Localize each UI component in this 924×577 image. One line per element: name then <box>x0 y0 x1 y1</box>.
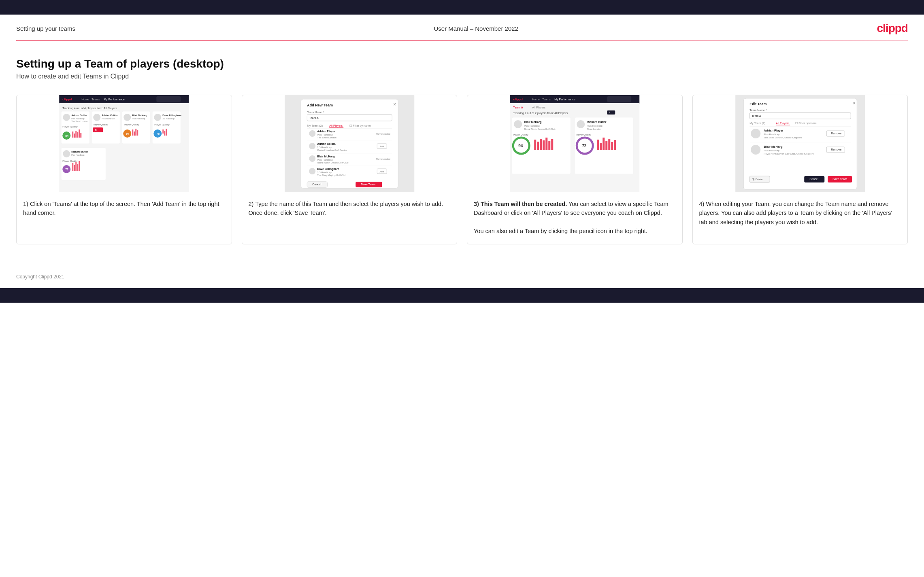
svg-rect-68 <box>307 115 392 121</box>
svg-text:My Performance: My Performance <box>104 98 124 101</box>
svg-rect-60 <box>75 162 77 171</box>
svg-text:Plus Handicap: Plus Handicap <box>317 159 333 161</box>
svg-point-75 <box>309 130 315 137</box>
card-3-description: 3) This Team will then be created. You c… <box>467 192 682 244</box>
svg-text:Player Quality: Player Quality <box>154 123 169 126</box>
svg-rect-37 <box>132 129 133 136</box>
svg-text:My Performance: My Performance <box>554 98 575 101</box>
svg-point-31 <box>123 114 131 121</box>
svg-point-10 <box>63 114 70 121</box>
svg-rect-125 <box>534 140 536 150</box>
svg-point-94 <box>309 168 315 174</box>
svg-text:×: × <box>853 100 856 106</box>
svg-rect-142 <box>603 138 605 150</box>
svg-text:Dave Billingham: Dave Billingham <box>162 114 181 117</box>
svg-text:Team Name *: Team Name * <box>749 109 767 112</box>
card-2: Add New Team × Team Name * Team A My Tea… <box>242 95 458 244</box>
svg-text:Home: Home <box>532 98 540 101</box>
svg-text:Richard Butler: Richard Butler <box>71 151 88 153</box>
svg-text:Remove: Remove <box>831 132 841 135</box>
svg-text:All Players: All Players <box>329 124 343 127</box>
svg-point-118 <box>514 120 522 128</box>
svg-text:Adrian Coliba: Adrian Coliba <box>317 142 336 145</box>
svg-point-81 <box>309 143 315 149</box>
svg-point-24 <box>93 114 100 121</box>
svg-rect-20 <box>77 132 78 138</box>
svg-text:0: 0 <box>95 128 97 132</box>
svg-rect-145 <box>611 142 613 150</box>
card-1-description: 1) Click on 'Teams' at the top of the sc… <box>17 192 232 244</box>
svg-text:Tracking 4 out of 4 players fr: Tracking 4 out of 4 players from: All Pl… <box>62 107 117 110</box>
svg-text:Save Team: Save Team <box>832 178 847 180</box>
svg-text:My Team (2): My Team (2) <box>307 124 323 127</box>
svg-text:Adrian Coliba: Adrian Coliba <box>71 114 87 117</box>
svg-text:Player Quality: Player Quality <box>62 125 77 128</box>
svg-text:Teams: Teams <box>92 98 100 101</box>
svg-text:Adrian Player: Adrian Player <box>317 130 335 133</box>
cards-grid: clippd Home Teams My Performance Trackin… <box>16 95 908 244</box>
svg-rect-40 <box>137 130 138 136</box>
svg-rect-22 <box>80 133 81 138</box>
svg-text:All Players: All Players <box>532 106 546 109</box>
svg-rect-17 <box>72 132 73 138</box>
svg-rect-59 <box>74 165 75 171</box>
svg-text:All Players: All Players <box>776 122 790 125</box>
svg-text:1.5 Handicap: 1.5 Handicap <box>317 146 332 148</box>
svg-text:✎: ✎ <box>609 111 611 114</box>
card-4-description: 4) When editing your Team, you can chang… <box>693 192 908 244</box>
svg-text:Plus Handicap: Plus Handicap <box>524 125 540 127</box>
logo: clippd <box>877 22 908 35</box>
top-bar <box>0 0 924 15</box>
svg-text:Plus Handicap: Plus Handicap <box>102 117 115 120</box>
svg-rect-131 <box>551 139 553 150</box>
svg-rect-127 <box>540 139 542 150</box>
svg-text:Add: Add <box>379 170 384 173</box>
card-4: Edit Team × Team Name * Team A My Team (… <box>692 95 908 244</box>
svg-rect-5 <box>156 96 181 102</box>
svg-point-166 <box>751 145 760 155</box>
svg-rect-144 <box>608 139 610 150</box>
footer: Copyright Clippd 2021 <box>0 269 924 288</box>
svg-text:🗑 Delete: 🗑 Delete <box>752 178 763 180</box>
header-manual-title: User Manual – November 2022 <box>434 25 518 32</box>
svg-text:94: 94 <box>518 144 523 148</box>
svg-text:Plus Handicap: Plus Handicap <box>764 133 779 136</box>
svg-text:Player Added: Player Added <box>376 158 390 160</box>
svg-text:The Ding Maying Golf Club: The Ding Maying Golf Club <box>317 174 347 176</box>
svg-text:Cancel: Cancel <box>312 183 321 186</box>
svg-text:Team A: Team A <box>513 106 523 109</box>
svg-text:Save Team: Save Team <box>361 183 375 186</box>
svg-rect-146 <box>614 140 616 150</box>
svg-text:Tracking 2 out of 2 players fr: Tracking 2 out of 2 players from: All Pl… <box>513 112 568 115</box>
svg-rect-130 <box>548 141 550 150</box>
svg-text:Plus Handicap: Plus Handicap <box>71 154 84 156</box>
logo-text: clippd <box>877 22 908 34</box>
svg-text:Plus Handicap: Plus Handicap <box>587 125 603 127</box>
svg-text:Add New Team: Add New Team <box>307 103 333 107</box>
svg-text:Remove: Remove <box>831 148 841 151</box>
svg-rect-19 <box>75 131 77 138</box>
svg-text:Plus Handicap: Plus Handicap <box>317 134 333 136</box>
svg-text:Cancel: Cancel <box>809 178 818 180</box>
svg-text:Player Quality: Player Quality <box>124 123 139 126</box>
svg-text:Plus Handicap: Plus Handicap <box>764 149 779 152</box>
svg-text:The Shire London: The Shire London <box>71 120 87 123</box>
main-content: Setting up a Team of players (desktop) H… <box>0 41 924 269</box>
svg-text:Adrian Player: Adrian Player <box>764 129 783 132</box>
svg-text:3.5 Handicap: 3.5 Handicap <box>317 171 332 174</box>
card-2-screenshot: Add New Team × Team Name * Team A My Tea… <box>242 95 457 192</box>
svg-point-88 <box>309 155 315 162</box>
svg-text:Plus Handicap: Plus Handicap <box>132 117 145 120</box>
svg-point-42 <box>154 114 161 121</box>
svg-rect-49 <box>164 131 165 136</box>
svg-text:Add: Add <box>379 145 384 148</box>
copyright-text: Copyright Clippd 2021 <box>16 274 64 280</box>
svg-point-133 <box>577 120 585 128</box>
svg-text:The Shire London: The Shire London <box>317 136 336 139</box>
svg-rect-61 <box>77 164 78 171</box>
svg-point-52 <box>63 150 70 157</box>
svg-text:Blair McHarg: Blair McHarg <box>524 121 541 124</box>
svg-rect-109 <box>607 96 631 102</box>
svg-text:Player Quality: Player Quality <box>513 134 528 136</box>
svg-text:The Shire London, United Kingd: The Shire London, United Kingdom <box>764 136 802 139</box>
